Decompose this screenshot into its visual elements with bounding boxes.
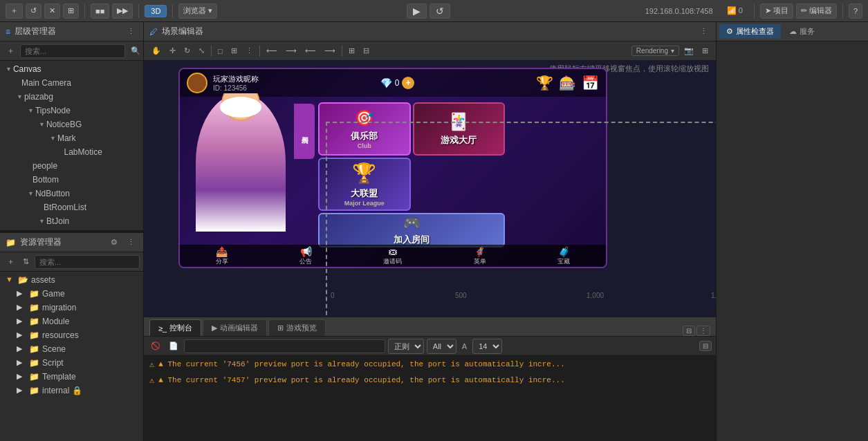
asset-item-assets[interactable]: ▼ 📂 assets [0, 273, 143, 287]
clear-console-button[interactable]: 🚫 [148, 340, 163, 352]
close-button[interactable]: ✕ [44, 3, 60, 19]
tool-sep-extra[interactable]: ⊟ [360, 44, 373, 59]
coord-x0: 0 [331, 292, 335, 299]
separator-5 [842, 4, 843, 18]
log-button[interactable]: 📄 [166, 340, 181, 352]
tab-game-preview[interactable]: ⊞ 游戏预览 [268, 319, 326, 336]
tab-services[interactable]: ☁ 服务 [782, 24, 822, 39]
tree-item-bottom[interactable]: Bottom [0, 173, 143, 187]
asset-item-script[interactable]: ▶ 📁 Script [0, 356, 143, 370]
asset-manager-menu[interactable]: ⋮ [124, 236, 138, 248]
refresh-play-button[interactable]: ↺ [430, 3, 450, 19]
tool-down[interactable]: ⟶ [321, 44, 339, 59]
filter-level-select[interactable]: All [427, 339, 456, 354]
nav-notice[interactable]: 📢 公告 [299, 246, 312, 266]
scene-viewport[interactable]: 使用鼠标右键平移视窗焦点，使用滚轮缩放视图 500 0 500 1,000 1,… [144, 61, 716, 317]
console-filter-input[interactable] [184, 339, 385, 353]
editor-button[interactable]: ✏ 编辑器 [796, 3, 837, 19]
tool-sep-more[interactable]: ⊞ [345, 44, 358, 59]
help-button[interactable]: ? [849, 3, 862, 19]
refresh-button[interactable]: ↺ [26, 3, 41, 19]
module-arrow: ▶ [17, 317, 26, 326]
tab-anim-editor[interactable]: ▶ 动画编辑器 [203, 319, 267, 336]
nav-hero[interactable]: 🦸 英单 [474, 246, 486, 266]
tool-move[interactable]: ✛ [166, 44, 179, 59]
tree-item-noticebg[interactable]: ▼ NoticeBG [0, 118, 143, 131]
template-label: Template [42, 372, 76, 382]
tree-item-people[interactable]: people [0, 159, 143, 173]
game-card-hall[interactable]: 🃏 游戏大厅 [413, 102, 506, 156]
scene-editor-menu[interactable]: ⋮ [697, 26, 710, 37]
console-expand-button[interactable]: ⊟ [683, 326, 695, 336]
asset-item-template[interactable]: ▶ 📁 Template [0, 370, 143, 384]
console-menu-button[interactable]: ⋮ [696, 326, 710, 336]
tree-item-btjoin[interactable]: ▼ BtJoin [0, 214, 143, 228]
console-float-button[interactable]: ⊟ [699, 341, 712, 351]
tree-item-labmotice[interactable]: LabMotice [0, 145, 143, 159]
nav-treasure[interactable]: 🧳 宝藏 [557, 246, 570, 266]
asset-manager-title: 资源管理器 [20, 236, 62, 248]
tree-item-mark[interactable]: ▼ Mark [0, 131, 143, 145]
asset-item-game[interactable]: ▶ 📁 Game [0, 287, 143, 301]
scene-tree-menu-button[interactable]: ⋮ [124, 26, 138, 37]
tool-grid[interactable]: ⊞ [228, 44, 241, 59]
tab-inspector[interactable]: ⚙ 属性检查器 [719, 24, 781, 39]
grid-button[interactable]: ⊞ [63, 3, 79, 19]
asset-item-internal[interactable]: ▶ 📁 internal 🔒 [0, 384, 143, 397]
game-card-join[interactable]: 🎮 加入房间 [318, 213, 505, 247]
userid: ID: 123456 [213, 84, 259, 92]
tool-up[interactable]: ⟵ [302, 44, 320, 59]
username: 玩家游戏昵称 [213, 74, 259, 84]
project-button[interactable]: ➤ 项目 [760, 3, 793, 19]
camera-icon[interactable]: 📷 [681, 44, 697, 59]
nav-share[interactable]: 📤 分享 [216, 246, 228, 266]
tool-rect[interactable]: □ [214, 44, 226, 59]
layout-button-1[interactable]: ■■ [91, 3, 109, 19]
asset-item-migration[interactable]: ▶ 📁 migration [0, 301, 143, 315]
search-icon[interactable]: 🔍 [128, 45, 143, 57]
tree-item-plazabg[interactable]: ▼ plazabg [0, 90, 143, 104]
trophy-top-icon: 🏆 [536, 75, 553, 91]
add-node-button[interactable]: ＋ [4, 44, 17, 57]
browser-button[interactable]: 浏览器 ▾ [178, 3, 217, 19]
3d-toggle-button[interactable]: 3D [145, 5, 167, 17]
ndbutton-arrow: ▼ [28, 190, 34, 197]
tree-item-ndbutton[interactable]: ▼ NdButton [0, 187, 143, 200]
ip-address: 192.168.0.108:7458 [645, 7, 713, 15]
tree-item-main-camera[interactable]: Main Camera [0, 76, 143, 90]
scene-label: Scene [42, 344, 66, 354]
game-card-league[interactable]: 🏆 大联盟 Major League [318, 158, 411, 211]
tool-more[interactable]: ⋮ [242, 44, 257, 59]
scene-editor-header: 🖊 场景编辑器 ⋮ [144, 22, 716, 41]
hero-icon: 🦸 [474, 246, 486, 257]
tool-scale[interactable]: ⤡ [195, 44, 208, 59]
warn-icon-1: ⚠ [149, 359, 154, 371]
console-output[interactable]: ⚠ ▲ The current '7456' preview port is a… [144, 356, 716, 441]
nav-invite[interactable]: 🎟 邀请码 [383, 246, 402, 266]
asset-manager-settings[interactable]: ⚙ [108, 236, 120, 248]
play-button[interactable]: ▶ [407, 3, 427, 19]
asset-search-input[interactable] [35, 255, 140, 269]
tree-item-btroomlist[interactable]: BtRoomList [0, 200, 143, 214]
aspect-ratio-icon[interactable]: ⊞ [699, 44, 712, 59]
side-notice: 居间列表 [294, 104, 315, 159]
add-button[interactable]: ＋ [6, 3, 23, 19]
add-asset-button[interactable]: ＋ [4, 255, 17, 268]
tool-rotate[interactable]: ↻ [181, 44, 194, 59]
asset-item-scene[interactable]: ▶ 📁 Scene [0, 342, 143, 356]
scene-search-input[interactable] [20, 44, 125, 58]
tool-right[interactable]: ⟶ [282, 44, 300, 59]
asset-item-resources[interactable]: ▶ 📁 resources [0, 328, 143, 342]
tree-item-canvas[interactable]: ▼ Canvas [0, 62, 143, 76]
tool-hand[interactable]: ✋ [148, 44, 165, 59]
tab-console[interactable]: ≥_ 控制台 [149, 319, 201, 336]
tool-left[interactable]: ⟵ [263, 44, 281, 59]
game-card-club[interactable]: 🎯 俱乐部 Club [318, 102, 411, 156]
sort-button[interactable]: ⇅ [20, 256, 32, 268]
scene-tree-header: ≡ 层级管理器 ⋮ [0, 22, 143, 41]
tree-item-tipsnode[interactable]: ▼ TipsNode [0, 104, 143, 118]
asset-item-module[interactable]: ▶ 📁 Module [0, 315, 143, 328]
filter-type-select[interactable]: 正则 [388, 339, 424, 354]
font-size-select[interactable]: 14 12 16 [472, 339, 502, 354]
layout-button-2[interactable]: ▶▶ [112, 3, 133, 19]
